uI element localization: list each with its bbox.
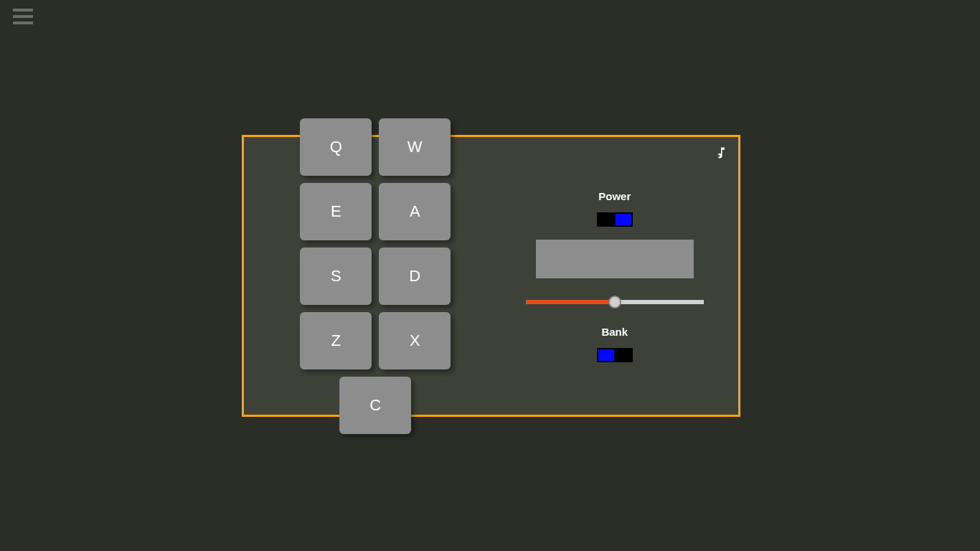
drum-pad-a[interactable]: A: [379, 183, 451, 240]
bank-toggle[interactable]: [597, 348, 633, 362]
drum-pad-w[interactable]: W: [379, 118, 451, 176]
drum-pad-e[interactable]: E: [300, 183, 372, 240]
drum-pad-q[interactable]: Q: [300, 118, 372, 176]
drum-machine-panel: Q W E A S D Z X C Power Bank: [242, 135, 740, 417]
volume-slider[interactable]: [526, 300, 704, 304]
drum-pad-s[interactable]: S: [300, 248, 372, 305]
drum-pad-d[interactable]: D: [379, 248, 451, 305]
drum-pad-z[interactable]: Z: [300, 312, 372, 369]
power-label: Power: [598, 190, 631, 202]
music-note-icon: [714, 146, 728, 160]
drum-pad-c[interactable]: C: [339, 377, 411, 434]
drum-pad-grid: Q W E A S D Z X C: [244, 137, 491, 415]
power-toggle[interactable]: [597, 212, 633, 227]
drum-pad-x[interactable]: X: [379, 312, 451, 369]
hamburger-menu-icon[interactable]: [13, 9, 33, 24]
controls-panel: Power Bank: [491, 137, 739, 415]
display-screen: [536, 240, 694, 278]
bank-label: Bank: [601, 326, 628, 338]
